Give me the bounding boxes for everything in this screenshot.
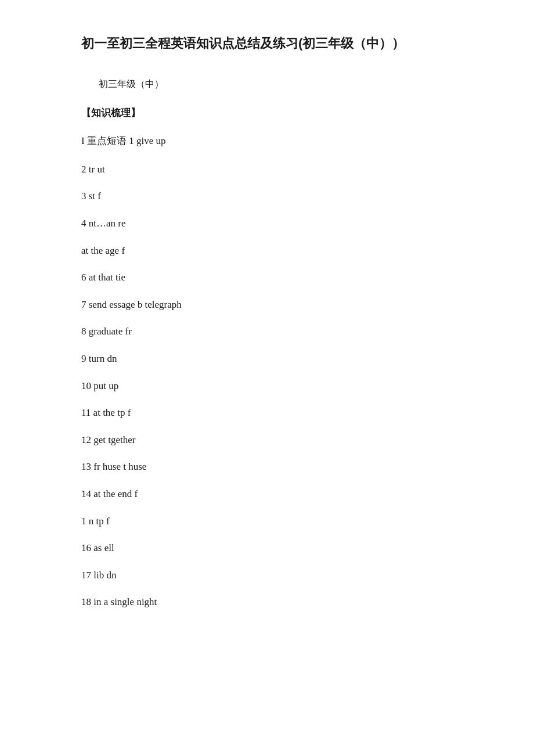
list-item: 16 as ell [81,539,476,557]
list-item: 6 at that tie [81,269,476,287]
list-item: 8 graduate fr [81,323,476,341]
list-item: 18 in a single night [81,593,476,611]
page-title: 初一至初三全程英语知识点总结及练习(初三年级（中）） [81,35,476,53]
list-item: 7 send essage b telegraph [81,296,476,314]
list-item: 14 at the end f [81,485,476,503]
section-title: I 重点短语 1 give up [81,132,476,150]
list-item: 4 nt…an re [81,215,476,233]
subtitle: 初三年级（中） [99,76,476,93]
list-item: 17 lib dn [81,567,476,585]
list-item: 1 n tp f [81,513,476,531]
list-item: at the age f [81,242,476,260]
section-header: 【知识梳理】 [81,105,476,123]
list-item: 9 turn dn [81,350,476,368]
list-item: 10 put up [81,377,476,395]
list-item: 2 tr ut [81,161,476,179]
list-item: 11 at the tp f [81,404,476,422]
list-item: 12 get tgether [81,431,476,449]
list-item: 3 st f [81,188,476,206]
list-item: 13 fr huse t huse [81,458,476,476]
items-list: 2 tr ut3 st f4 nt…an re at the age f6 at… [81,161,476,611]
